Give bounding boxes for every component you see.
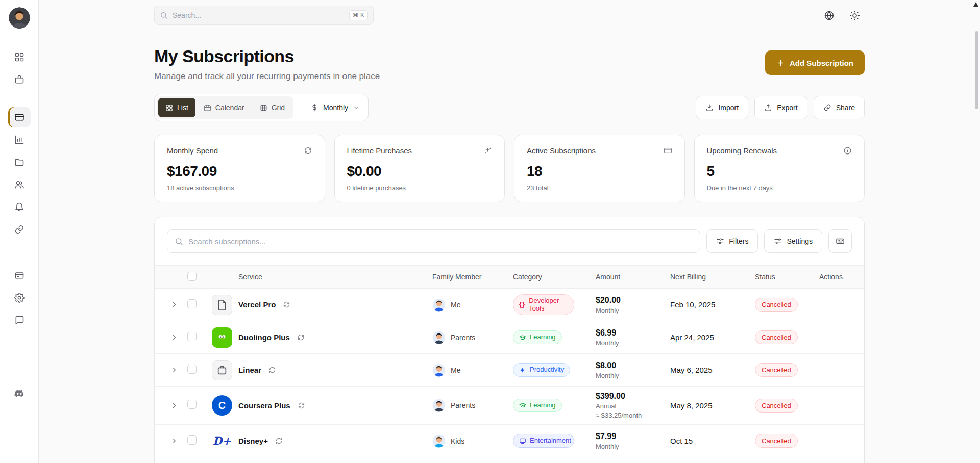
category-badge: Entertainment: [513, 434, 574, 448]
subscriptions-search[interactable]: [167, 229, 700, 253]
language-button[interactable]: [819, 5, 839, 25]
sidebar-item-settings[interactable]: [8, 288, 31, 308]
dollar-icon: [310, 104, 318, 112]
global-search-input[interactable]: [173, 11, 345, 19]
keyboard-shortcuts-button[interactable]: [828, 229, 852, 253]
table-row[interactable]: Duolingo Plus Parents Learning $6.99 Mon…: [155, 321, 864, 354]
category-label: Developer Tools: [529, 297, 568, 313]
topbar: ⌘ K: [39, 0, 980, 31]
next-billing-date: Apr 24, 2025: [670, 333, 755, 342]
row-checkbox[interactable]: [187, 299, 197, 308]
user-avatar[interactable]: [9, 7, 30, 29]
stat-card-monthly-spend: Monthly Spend $167.09 18 active subscrip…: [154, 135, 325, 202]
category-badge: Learning: [513, 330, 562, 344]
global-search[interactable]: ⌘ K: [154, 6, 374, 25]
sidebar-item-folders[interactable]: [8, 152, 31, 172]
scrollbar-up-arrow[interactable]: [973, 2, 978, 7]
table-row[interactable]: D+ Disney+ Kids Entertainment $7.99 Mont…: [155, 425, 864, 457]
view-segmented-control: List Calendar Grid: [157, 96, 293, 119]
row-checkbox[interactable]: [187, 435, 197, 445]
service-name: Linear: [238, 366, 261, 374]
table-body: Vercel Pro Me {} Developer Tools $20.00 …: [155, 289, 864, 457]
main-area: ⌘ K My Subscriptions Manage and track al…: [39, 0, 980, 463]
category-icon: [519, 334, 526, 341]
tab-calendar-view[interactable]: Calendar: [197, 98, 252, 117]
table-row[interactable]: C Coursera Plus Parents Learning $399.00…: [155, 387, 864, 425]
next-billing-date: Feb 10, 2025: [670, 300, 755, 309]
sidebar-item-products[interactable]: [8, 69, 31, 90]
stat-card-lifetime-purchases: Lifetime Purchases $0.00 0 lifetime purc…: [334, 135, 505, 202]
sync-icon[interactable]: [283, 301, 290, 308]
column-header-actions: Actions: [819, 273, 859, 281]
refresh-icon: [304, 146, 312, 155]
subscriptions-search-input[interactable]: [188, 237, 693, 246]
table-row[interactable]: Vercel Pro Me {} Developer Tools $20.00 …: [155, 289, 864, 321]
import-button[interactable]: Import: [696, 96, 748, 119]
export-button[interactable]: Export: [754, 96, 807, 119]
sidebar-item-integrations[interactable]: [8, 219, 31, 240]
member-avatar: [432, 399, 446, 412]
sync-icon[interactable]: [298, 402, 305, 409]
service-name: Vercel Pro: [238, 300, 276, 309]
tab-list-view[interactable]: List: [158, 98, 195, 117]
sync-icon[interactable]: [275, 437, 283, 445]
amount-value: $399.00: [596, 392, 670, 401]
member-name: Parents: [451, 333, 475, 342]
service-name: Coursera Plus: [238, 401, 290, 410]
period-label: Monthly: [323, 104, 348, 112]
period-dropdown[interactable]: Monthly: [304, 104, 366, 112]
search-icon: [175, 237, 183, 246]
filters-button[interactable]: Filters: [706, 229, 758, 253]
credit-card-icon: [664, 146, 672, 155]
sidebar-item-subscriptions[interactable]: [8, 107, 31, 127]
users-icon: [14, 179, 24, 190]
sidebar-item-dashboard[interactable]: [8, 47, 31, 67]
stat-value: $167.09: [167, 163, 312, 179]
table-header-row: Service Family Member Category Amount Ne…: [155, 265, 864, 289]
category-icon: [519, 402, 526, 409]
sidebar-item-billing[interactable]: [8, 265, 31, 286]
plus-icon: [776, 59, 785, 67]
sidebar-item-support[interactable]: [8, 310, 31, 330]
row-expand-button[interactable]: [167, 398, 181, 413]
page-scrollbar[interactable]: [974, 0, 980, 463]
import-label: Import: [718, 104, 739, 112]
share-link-icon: [823, 104, 831, 112]
export-icon: [764, 104, 772, 112]
sidebar-item-notifications[interactable]: [8, 197, 31, 217]
select-all-checkbox[interactable]: [187, 272, 197, 281]
scrollbar-thumb[interactable]: [975, 31, 978, 109]
table-settings-button[interactable]: Settings: [764, 229, 822, 253]
export-label: Export: [777, 104, 797, 112]
sync-icon[interactable]: [297, 333, 305, 341]
share-button[interactable]: Share: [814, 96, 865, 119]
row-expand-button[interactable]: [167, 330, 181, 345]
search-shortcut-badge: ⌘ K: [349, 10, 368, 20]
settings-label: Settings: [787, 237, 813, 245]
row-checkbox[interactable]: [187, 400, 197, 409]
folder-icon: [14, 157, 24, 167]
row-expand-button[interactable]: [167, 434, 181, 448]
row-expand-button[interactable]: [167, 363, 181, 377]
theme-toggle-button[interactable]: [844, 5, 865, 25]
share-label: Share: [836, 104, 855, 112]
table-row[interactable]: Linear Me Productivity $8.00 Monthly May…: [155, 354, 864, 387]
category-badge: {} Developer Tools: [513, 294, 574, 316]
sync-icon[interactable]: [268, 366, 276, 374]
row-expand-button[interactable]: [167, 298, 181, 312]
amount-period: Monthly: [596, 306, 670, 314]
tab-grid-view[interactable]: Grid: [253, 98, 292, 117]
row-checkbox[interactable]: [187, 332, 197, 341]
globe-icon: [824, 10, 835, 21]
sidebar-item-analytics[interactable]: [8, 130, 31, 150]
sidebar-item-discord[interactable]: [8, 383, 31, 404]
category-label: Learning: [530, 333, 556, 341]
amount-period: Annual: [596, 402, 670, 410]
add-subscription-button[interactable]: Add Subscription: [765, 50, 865, 75]
dashboard-icon: [14, 52, 24, 62]
row-checkbox[interactable]: [187, 365, 197, 374]
member-avatar: [432, 364, 446, 377]
next-billing-date: May 6, 2025: [670, 366, 755, 374]
sidebar-item-family[interactable]: [8, 174, 31, 195]
service-name: Disney+: [238, 436, 268, 445]
